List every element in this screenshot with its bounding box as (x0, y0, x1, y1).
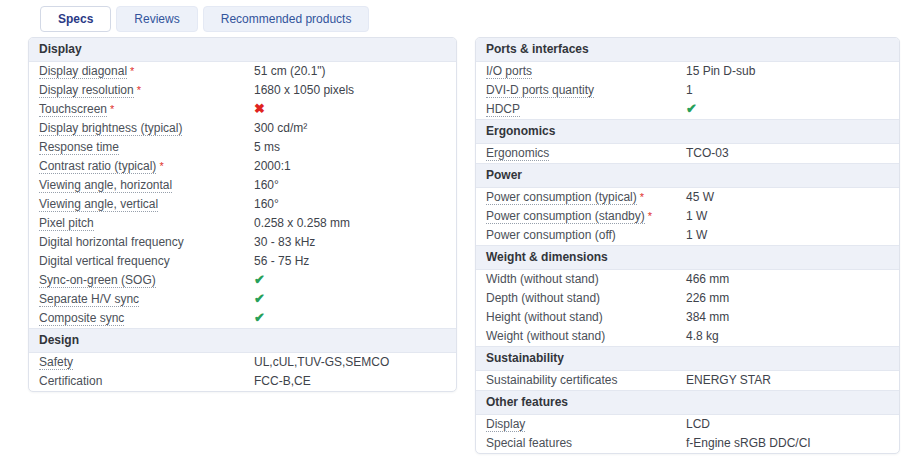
spec-label[interactable]: Viewing angle, horizontal (39, 178, 172, 193)
spec-label[interactable]: Display (486, 417, 525, 432)
spec-value: 51 cm (20.1") (254, 64, 326, 78)
spec-row: Response time5 ms (29, 138, 456, 157)
spec-label-cell: Weight (without stand) (486, 330, 686, 343)
spec-value-cell: 2000:1 (254, 160, 291, 173)
spec-row: Sync-on-green (SOG)✔ (29, 271, 456, 290)
section-header: Ergonomics (476, 119, 899, 144)
spec-label[interactable]: Viewing angle, vertical (39, 197, 158, 212)
spec-label-cell: Display resolution* (39, 84, 254, 97)
spec-value-cell: LCD (686, 418, 710, 431)
spec-label-cell: Width (without stand) (486, 273, 686, 286)
spec-label-cell: Contrast ratio (typical)* (39, 160, 254, 173)
spec-label[interactable]: Display diagonal (39, 64, 127, 79)
spec-label[interactable]: I/O ports (486, 64, 532, 79)
spec-label[interactable]: HDCP (486, 102, 520, 117)
spec-label: Height (without stand) (486, 310, 603, 324)
spec-label-cell: Touchscreen* (39, 103, 254, 116)
spec-row: Digital horizontal frequency30 - 83 kHz (29, 233, 456, 252)
tab-recommended-products[interactable]: Recommended products (203, 6, 370, 32)
spec-label[interactable]: Display resolution (39, 83, 134, 98)
spec-label[interactable]: Separate H/V sync (39, 292, 139, 307)
spec-label[interactable]: Safety (39, 355, 73, 370)
spec-row: Display brightness (typical)300 cd/m² (29, 119, 456, 138)
spec-label-cell: Special features (486, 437, 686, 450)
section-header: Other features (476, 390, 899, 415)
spec-value: 45 W (686, 190, 714, 204)
spec-label-cell: Power consumption (off) (486, 229, 686, 242)
spec-value-cell: 384 mm (686, 311, 729, 324)
spec-row: DVI-D ports quantity1 (476, 81, 899, 100)
spec-value-cell: 1 W (686, 210, 707, 223)
spec-row: Power consumption (typical)*45 W (476, 188, 899, 207)
section-header: Ports & interfaces (476, 38, 899, 62)
spec-value: 1 W (686, 209, 707, 223)
spec-label[interactable]: Sync-on-green (SOG) (39, 273, 156, 288)
cross-icon: ✖ (254, 101, 265, 116)
spec-value: 30 - 83 kHz (254, 235, 315, 249)
spec-label[interactable]: Power consumption (standby) (486, 209, 645, 224)
spec-label[interactable]: Display brightness (typical) (39, 121, 182, 136)
spec-value: LCD (686, 417, 710, 431)
spec-label-cell: Display brightness (typical) (39, 122, 254, 135)
spec-value-cell: 56 - 75 Hz (254, 255, 309, 268)
section-header: Weight & dimensions (476, 245, 899, 270)
spec-label[interactable]: Pixel pitch (39, 216, 94, 231)
spec-value-cell: 160° (254, 198, 279, 211)
spec-value-cell: ✔ (254, 293, 265, 306)
spec-value-cell: 51 cm (20.1") (254, 65, 326, 78)
spec-row: Weight (without stand)4.8 kg (476, 327, 899, 346)
spec-value: 384 mm (686, 310, 729, 324)
spec-value: 1 (686, 83, 693, 97)
tab-reviews[interactable]: Reviews (116, 6, 197, 32)
spec-value-cell: 5 ms (254, 141, 280, 154)
spec-row: Power consumption (off)1 W (476, 226, 899, 245)
spec-label-cell: Composite sync (39, 312, 254, 325)
spec-value: 15 Pin D-sub (686, 64, 755, 78)
spec-label-cell: Height (without stand) (486, 311, 686, 324)
spec-label-cell: Display (486, 418, 686, 431)
required-asterisk: * (640, 191, 644, 203)
check-icon: ✔ (254, 291, 265, 306)
spec-value-cell: ✖ (254, 103, 265, 116)
spec-row: Sustainability certificatesENERGY STAR (476, 371, 899, 390)
spec-label-cell: Power consumption (typical)* (486, 191, 686, 204)
spec-value: 226 mm (686, 291, 729, 305)
spec-label[interactable]: Composite sync (39, 311, 124, 326)
spec-label[interactable]: Response time (39, 140, 119, 155)
spec-label[interactable]: Power consumption (typical) (486, 190, 637, 205)
required-asterisk: * (137, 84, 141, 96)
spec-label[interactable]: Contrast ratio (typical) (39, 159, 156, 174)
tab-specs[interactable]: Specs (40, 6, 111, 32)
check-icon: ✔ (254, 310, 265, 325)
spec-row: Power consumption (standby)*1 W (476, 207, 899, 226)
spec-label: Power consumption (off) (486, 228, 616, 242)
spec-label[interactable]: Ergonomics (486, 146, 549, 161)
spec-label: Weight (without stand) (486, 329, 605, 343)
spec-row: Display diagonal*51 cm (20.1") (29, 62, 456, 81)
spec-label-cell: HDCP (486, 103, 686, 116)
spec-label[interactable]: Touchscreen (39, 102, 107, 117)
spec-value: f-Engine sRGB DDC/CI (686, 436, 811, 450)
check-icon: ✔ (686, 101, 697, 116)
spec-row: Viewing angle, vertical160° (29, 195, 456, 214)
section-header: Power (476, 163, 899, 188)
spec-label-cell: Digital vertical frequency (39, 255, 254, 268)
section-header: Design (29, 328, 456, 353)
spec-row: Touchscreen*✖ (29, 100, 456, 119)
spec-label-cell: DVI-D ports quantity (486, 84, 686, 97)
spec-value: ENERGY STAR (686, 373, 771, 387)
required-asterisk: * (159, 160, 163, 172)
spec-value: 0.258 x 0.258 mm (254, 216, 350, 230)
required-asterisk: * (648, 210, 652, 222)
spec-value-cell: FCC-B,CE (254, 375, 311, 388)
spec-row: Depth (without stand)226 mm (476, 289, 899, 308)
spec-label-cell: Safety (39, 356, 254, 369)
spec-column-left: DisplayDisplay diagonal*51 cm (20.1")Dis… (28, 37, 457, 392)
required-asterisk: * (130, 65, 134, 77)
spec-label: Sustainability certificates (486, 373, 617, 387)
spec-value-cell: ✔ (254, 312, 265, 325)
spec-label[interactable]: DVI-D ports quantity (486, 83, 594, 98)
spec-value-cell: f-Engine sRGB DDC/CI (686, 437, 811, 450)
spec-value-cell: 226 mm (686, 292, 729, 305)
spec-column-right: Ports & interfacesI/O ports15 Pin D-subD… (475, 37, 900, 454)
